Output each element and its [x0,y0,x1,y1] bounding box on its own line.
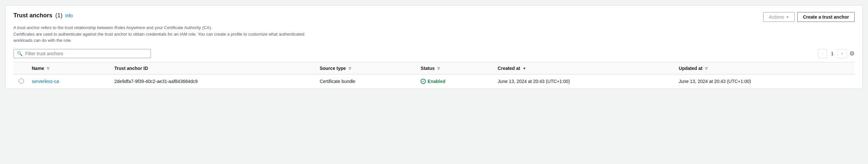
gear-icon: ⚙ [849,50,855,57]
col-select [13,62,27,74]
actions-chevron-icon: ▼ [786,15,789,19]
trust-anchor-link[interactable]: serverless-ca [32,79,59,84]
col-name: Name ▽ [27,62,109,74]
updated-at-sort-icon: ▽ [705,67,708,70]
info-link[interactable]: Info [65,13,73,18]
row-trust-anchor-id: 2de9dfa7-9f39-40c2-ae31-aaf843684dc9 [109,74,314,88]
name-sort-icon: ▽ [47,67,50,70]
search-row: 🔍 ‹ 1 › ⚙ [13,49,855,62]
chevron-left-icon: ‹ [822,51,823,56]
created-at-sort-icon: ▼ [523,67,526,70]
col-status: Status ▽ [415,62,492,74]
row-source-type: Certificate bundle [314,74,416,88]
panel-header: Trust anchors (1) Info Actions ▼ Create … [13,12,855,22]
trust-anchors-panel: Trust anchors (1) Info Actions ▼ Create … [5,5,863,89]
row-radio-input[interactable] [19,78,24,84]
actions-button[interactable]: Actions ▼ [763,12,795,22]
col-source-type: Source type ▽ [314,62,416,74]
search-icon: 🔍 [17,51,23,56]
chevron-right-icon: › [841,51,843,56]
table-header-row: Name ▽ Trust anchor ID Source type ▽ Sta… [13,62,855,74]
col-updated-at: Updated at ▽ [674,62,855,74]
row-radio-cell [13,74,27,88]
trust-anchors-table: Name ▽ Trust anchor ID Source type ▽ Sta… [13,62,855,88]
search-box: 🔍 [13,49,151,58]
row-created-at: June 13, 2024 at 20:43 (UTC+1:00) [493,74,674,88]
status-sort-icon: ▽ [437,67,440,70]
search-input[interactable] [25,51,147,56]
col-trust-anchor-id: Trust anchor ID [109,62,314,74]
pagination: ‹ 1 › ⚙ [818,49,855,58]
enabled-check-icon: ✓ [421,79,426,84]
title-area: Trust anchors (1) Info [13,12,73,19]
row-updated-at: June 13, 2024 at 20:43 (UTC+1:00) [674,74,855,88]
panel-title: Trust anchors (1) [13,12,63,19]
prev-page-button[interactable]: ‹ [818,49,827,58]
header-buttons: Actions ▼ Create a trust anchor [763,12,855,22]
source-type-sort-icon: ▽ [348,67,351,70]
count-badge: (1) [55,12,63,18]
create-trust-anchor-button[interactable]: Create a trust anchor [797,12,855,22]
status-enabled: ✓ Enabled [421,79,487,84]
description: A trust anchor refers to the trust relat… [13,25,308,44]
row-name: serverless-ca [27,74,109,88]
col-created-at: Created at ▼ [493,62,674,74]
row-status: ✓ Enabled [415,74,492,88]
table-row: serverless-ca 2de9dfa7-9f39-40c2-ae31-aa… [13,74,855,88]
next-page-button[interactable]: › [838,49,847,58]
settings-button[interactable]: ⚙ [849,50,855,57]
page-number: 1 [830,51,835,56]
